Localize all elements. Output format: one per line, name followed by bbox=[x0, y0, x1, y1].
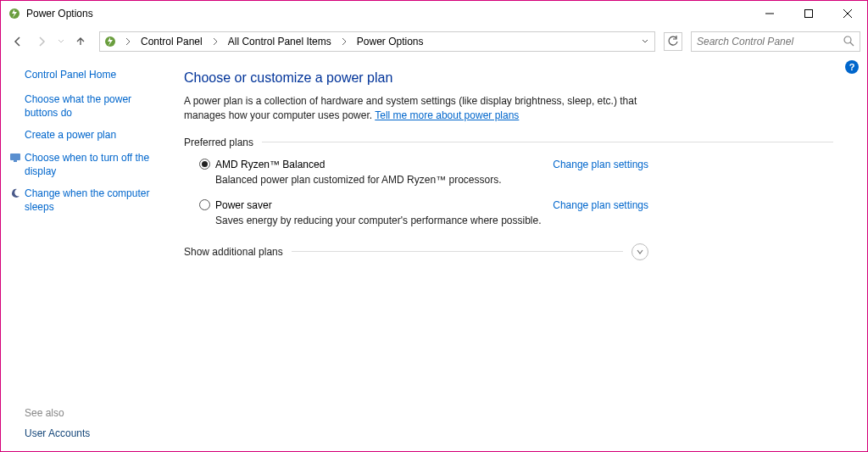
plan-item: Power saver Change plan settings Saves e… bbox=[199, 199, 648, 226]
show-additional-label: Show additional plans bbox=[184, 246, 283, 258]
search-box[interactable] bbox=[691, 31, 860, 52]
plan-radio-balanced[interactable]: AMD Ryzen™ Balanced bbox=[199, 159, 325, 170]
breadcrumb[interactable]: Control Panel All Control Panel Items Po… bbox=[99, 31, 655, 52]
window-title: Power Options bbox=[26, 8, 93, 20]
chevron-right-icon[interactable] bbox=[338, 37, 350, 46]
svg-line-7 bbox=[850, 42, 854, 46]
sidebar-link-label: Choose what the power buttons do bbox=[25, 93, 131, 119]
breadcrumb-item[interactable]: Power Options bbox=[352, 32, 429, 51]
breadcrumb-item[interactable]: Control Panel bbox=[136, 32, 208, 51]
see-also-user-accounts[interactable]: User Accounts bbox=[25, 427, 90, 439]
refresh-button[interactable] bbox=[664, 32, 682, 51]
sidebar-link-label: Change when the computer sleeps bbox=[25, 187, 149, 213]
sidebar-link-turn-off-display[interactable]: Choose when to turn off the display bbox=[25, 151, 162, 178]
close-button[interactable] bbox=[828, 1, 867, 26]
page-description: A power plan is a collection of hardware… bbox=[184, 94, 659, 123]
sidebar-link-label: Choose when to turn off the display bbox=[25, 152, 149, 177]
titlebar: Power Options bbox=[1, 1, 867, 26]
back-button[interactable] bbox=[8, 31, 28, 52]
page-title: Choose or customize a power plan bbox=[184, 70, 833, 86]
svg-rect-8 bbox=[10, 153, 20, 160]
monitor-icon bbox=[9, 152, 21, 164]
power-options-icon bbox=[103, 35, 117, 48]
plan-radio-power-saver[interactable]: Power saver bbox=[199, 199, 272, 211]
show-additional-plans[interactable]: Show additional plans bbox=[184, 243, 648, 260]
plan-name: AMD Ryzen™ Balanced bbox=[215, 159, 325, 170]
change-plan-settings-link[interactable]: Change plan settings bbox=[553, 159, 648, 170]
main-content: Choose or customize a power plan A power… bbox=[170, 57, 867, 451]
control-panel-home-link[interactable]: Control Panel Home bbox=[25, 69, 162, 81]
search-icon[interactable] bbox=[843, 35, 854, 49]
chevron-right-icon[interactable] bbox=[209, 37, 221, 46]
divider bbox=[262, 142, 833, 142]
search-input[interactable] bbox=[697, 36, 843, 47]
sidebar-link-create-plan[interactable]: Create a power plan bbox=[25, 128, 162, 142]
sidebar-link-power-buttons[interactable]: Choose what the power buttons do bbox=[25, 92, 162, 120]
chevron-right-icon[interactable] bbox=[122, 37, 134, 46]
plan-item: AMD Ryzen™ Balanced Change plan settings… bbox=[199, 159, 648, 186]
sidebar-link-change-sleep[interactable]: Change when the computer sleeps bbox=[25, 187, 162, 214]
breadcrumb-dropdown[interactable] bbox=[637, 32, 653, 51]
breadcrumb-item[interactable]: All Control Panel Items bbox=[223, 32, 337, 51]
svg-rect-9 bbox=[14, 160, 17, 162]
sidebar: Control Panel Home Choose what the power… bbox=[1, 57, 170, 451]
svg-rect-2 bbox=[805, 10, 813, 18]
power-options-icon bbox=[8, 7, 21, 20]
see-also-heading: See also bbox=[25, 407, 90, 419]
plan-description: Saves energy by reducing your computer's… bbox=[215, 215, 648, 226]
radio-icon bbox=[199, 159, 210, 170]
chevron-down-icon[interactable] bbox=[632, 243, 648, 260]
divider bbox=[292, 251, 623, 252]
svg-point-6 bbox=[844, 36, 851, 43]
preferred-plans-label: Preferred plans bbox=[184, 137, 253, 148]
learn-more-link[interactable]: Tell me more about power plans bbox=[375, 109, 519, 121]
moon-icon bbox=[9, 187, 21, 199]
help-icon[interactable]: ? bbox=[845, 60, 859, 74]
preferred-plans-header: Preferred plans bbox=[184, 137, 833, 148]
radio-icon bbox=[199, 199, 210, 210]
minimize-button[interactable] bbox=[750, 1, 789, 26]
toolbar: Control Panel All Control Panel Items Po… bbox=[1, 26, 867, 57]
sidebar-link-label: Create a power plan bbox=[25, 129, 116, 141]
forward-button[interactable] bbox=[31, 31, 52, 52]
change-plan-settings-link[interactable]: Change plan settings bbox=[553, 199, 648, 211]
recent-dropdown[interactable] bbox=[55, 31, 67, 52]
up-button[interactable] bbox=[70, 31, 91, 52]
plan-name: Power saver bbox=[215, 199, 272, 211]
maximize-button[interactable] bbox=[789, 1, 828, 26]
plan-description: Balanced power plan customized for AMD R… bbox=[215, 174, 648, 186]
